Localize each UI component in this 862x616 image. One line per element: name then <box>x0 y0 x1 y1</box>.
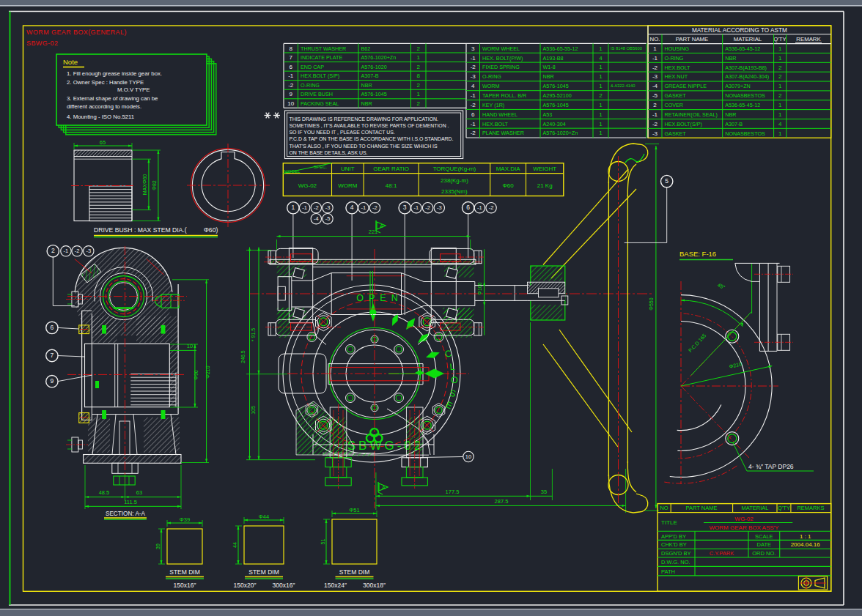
svg-text:-2: -2 <box>314 204 319 211</box>
svg-text:-2: -2 <box>652 64 658 71</box>
svg-text:1: 1 <box>599 121 603 127</box>
svg-text:FIXED SPRING: FIXED SPRING <box>482 64 520 70</box>
svg-text:Φ60): Φ60) <box>204 226 218 234</box>
svg-text:A576-1045: A576-1045 <box>361 91 387 97</box>
svg-text:1: 1 <box>599 73 603 80</box>
svg-text:150x20″: 150x20″ <box>234 582 257 589</box>
svg-text:-1: -1 <box>414 204 419 211</box>
svg-text:STEM DIM: STEM DIM <box>248 568 279 576</box>
svg-text:A3079+ZN: A3079+ZN <box>725 83 751 89</box>
svg-text:2. Owner Spec : Handle TYPE: 2. Owner Spec : Handle TYPE <box>67 79 144 86</box>
svg-text:21 Kg: 21 Kg <box>537 182 553 189</box>
svg-text:A576-1020: A576-1020 <box>361 64 387 70</box>
svg-text:10: 10 <box>187 343 193 349</box>
svg-text:TAPER ROLL. B/R: TAPER ROLL. B/R <box>482 92 526 99</box>
svg-text:221: 221 <box>369 229 378 235</box>
svg-text:HEX. BOLT(P/W): HEX. BOLT(P/W) <box>482 55 523 62</box>
svg-text:PART NAME: PART NAME <box>676 36 709 42</box>
svg-text:SOMETIMES , IT'S AVAILABLE TO: SOMETIMES , IT'S AVAILABLE TO REVISE PAR… <box>290 123 449 128</box>
svg-text:4- ¾″ TAP DP26: 4- ¾″ TAP DP26 <box>748 463 794 470</box>
svg-text:-2: -2 <box>372 204 377 211</box>
svg-text:Φ51: Φ51 <box>349 507 359 513</box>
svg-text:MODEL: MODEL <box>284 168 301 174</box>
svg-text:3: 3 <box>403 204 407 211</box>
svg-text:UNIT: UNIT <box>341 166 355 172</box>
svg-text:150x16″: 150x16″ <box>174 582 196 589</box>
svg-text:MATERIAL: MATERIAL <box>734 36 762 42</box>
svg-text:DSGN'D BY: DSGN'D BY <box>661 550 691 557</box>
svg-text:1: 1 <box>599 111 603 118</box>
svg-text:-1: -1 <box>652 55 658 62</box>
svg-text:Φ90: Φ90 <box>194 370 199 379</box>
svg-text:NO.: NO. <box>650 36 660 42</box>
svg-text:-1: -1 <box>471 121 476 127</box>
svg-text:Note: Note <box>63 58 78 66</box>
svg-text:3. External shape of drawing c: 3. External shape of drawing can be <box>67 95 158 102</box>
svg-text:35: 35 <box>541 489 547 495</box>
svg-text:105: 105 <box>251 406 256 415</box>
svg-text:2: 2 <box>417 64 421 70</box>
svg-text:A576-1020+Zn: A576-1020+Zn <box>361 54 397 61</box>
svg-text:7: 7 <box>290 54 293 61</box>
svg-text:-2: -2 <box>471 102 476 108</box>
svg-text:C.Y.PARK: C.Y.PARK <box>710 550 734 557</box>
svg-text:2: 2 <box>653 102 657 108</box>
svg-text:A307-B(A193-B8): A307-B(A193-B8) <box>725 64 767 71</box>
svg-text:1: 1 <box>653 45 657 52</box>
svg-text:THIS DRAWING IS REFERENCE DRAW: THIS DRAWING IS REFERENCE DRAWING FOR AP… <box>290 116 439 122</box>
svg-text:STEM DIM: STEM DIM <box>169 568 200 576</box>
svg-text:238(Kg-m): 238(Kg-m) <box>441 177 468 184</box>
svg-text:-3: -3 <box>86 248 91 254</box>
svg-text:different according to models.: different according to models. <box>67 103 141 110</box>
svg-text:Φ550: Φ550 <box>649 297 654 310</box>
svg-text:111.5: 111.5 <box>124 499 137 505</box>
svg-text:-3: -3 <box>652 73 658 80</box>
svg-text:7: 7 <box>51 352 54 359</box>
svg-text:A307-B: A307-B <box>725 121 743 127</box>
svg-text:2335(Nm): 2335(Nm) <box>441 188 468 195</box>
svg-text:-5: -5 <box>652 92 658 99</box>
svg-text:W1-8: W1-8 <box>543 64 556 70</box>
svg-text:6: 6 <box>51 324 54 331</box>
svg-text:6: 6 <box>471 111 475 118</box>
svg-text:WORM: WORM <box>482 83 500 89</box>
svg-text:A: A <box>382 485 386 490</box>
svg-text:1. Fill enough grease inside g: 1. Fill enough grease inside gear box. <box>67 70 162 77</box>
svg-text:RETAINER(OIL SEAL): RETAINER(OIL SEAL) <box>665 111 718 118</box>
svg-text:CHK'D BY: CHK'D BY <box>661 541 687 548</box>
svg-text:6: 6 <box>290 64 293 70</box>
svg-text:END CAP: END CAP <box>301 64 324 70</box>
svg-text:A536-65-45-12: A536-65-45-12 <box>725 45 760 52</box>
svg-text:A536-65-55-12: A536-65-55-12 <box>543 45 578 52</box>
svg-text:A295-52100: A295-52100 <box>543 92 572 99</box>
svg-text:48.5: 48.5 <box>99 489 110 496</box>
svg-text:NONASBESTOS: NONASBESTOS <box>725 92 765 99</box>
svg-text:4: 4 <box>350 204 354 211</box>
svg-text:REMARK: REMARK <box>796 36 821 42</box>
svg-text:A576-1045: A576-1045 <box>543 83 569 89</box>
svg-text:PATH: PATH <box>661 568 675 575</box>
svg-text:P.C.D & TAP ON THE BASE IS ACC: P.C.D & TAP ON THE BASE IS ACCORDANCE WI… <box>290 136 454 141</box>
svg-text:-2: -2 <box>489 204 494 211</box>
svg-text:2: 2 <box>599 92 603 99</box>
svg-text:HEX.BOLT: HEX.BOLT <box>665 64 691 71</box>
svg-text:246.5: 246.5 <box>240 350 246 363</box>
svg-text:4. Mounting - ISO No.5211: 4. Mounting - ISO No.5211 <box>67 114 134 120</box>
svg-text:-1: -1 <box>361 204 366 211</box>
svg-text:1: 1 <box>599 45 603 52</box>
svg-text:HEX.NUT: HEX.NUT <box>665 73 688 80</box>
svg-text:-1: -1 <box>302 204 307 211</box>
svg-text:A307-B: A307-B <box>361 73 379 79</box>
svg-text:Φ82: Φ82 <box>152 180 157 190</box>
svg-text:5: 5 <box>665 177 668 185</box>
svg-text:GEAR RATIO: GEAR RATIO <box>373 166 409 172</box>
svg-text:39: 39 <box>155 543 161 549</box>
svg-text:TITLE: TITLE <box>661 519 677 526</box>
svg-text:1: 1 <box>778 102 782 108</box>
svg-text:-1: -1 <box>477 204 482 211</box>
svg-text:B62: B62 <box>361 45 371 52</box>
svg-text:9: 9 <box>51 377 54 385</box>
svg-text:D.W.G. NO.: D.W.G. NO. <box>661 559 690 565</box>
svg-text:MATERIAL: MATERIAL <box>742 505 769 511</box>
svg-text:O-RING: O-RING <box>665 55 684 62</box>
